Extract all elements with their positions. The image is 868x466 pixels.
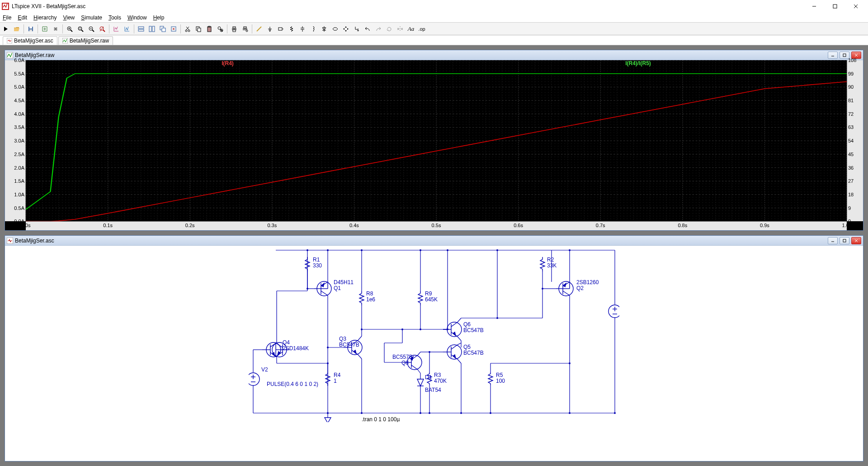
document-tabs: BetaMjigSer.asc BetaMjigSer.raw [0,35,868,45]
menu-hierarchy[interactable]: Hierarchy [33,14,57,21]
cut-button[interactable] [183,24,193,34]
svg-text:Q6: Q6 [463,321,471,328]
print-setup-button[interactable] [240,24,250,34]
doc-tab-raw[interactable]: BetaMjigSer.raw [58,36,113,45]
paste-button[interactable] [204,24,214,34]
svg-text:645K: 645K [425,296,438,303]
zoom-in-button[interactable] [65,24,75,34]
svg-text:Q1: Q1 [334,285,341,291]
menu-file[interactable]: FFileile [3,14,11,21]
svg-rect-7 [29,27,32,29]
trace-label[interactable]: I(R4)/I(R5) [625,60,651,67]
autorange-y-button[interactable] [122,24,132,34]
move-button[interactable] [341,24,351,34]
menu-view[interactable]: View [63,14,75,21]
svg-point-274 [249,373,259,385]
svg-line-40 [221,29,222,31]
copy-button[interactable] [193,24,203,34]
label-net-button[interactable] [276,24,286,34]
schematic-canvas[interactable]: R1 330 R2 33K D45H1 [5,246,863,461]
pan-button[interactable] [51,24,61,34]
pane-minimize-button[interactable] [828,237,838,244]
window-minimize-button[interactable] [804,0,825,13]
waveform-file-icon [7,52,13,58]
menu-edit[interactable]: Edit [18,14,27,21]
doc-tab-asc[interactable]: BetaMjigSer.asc [3,36,57,45]
cascade-button[interactable] [158,24,168,34]
spice-directive-button[interactable]: .op [417,24,427,34]
tile-vertical-button[interactable] [147,24,157,34]
capacitor-button[interactable] [297,24,307,34]
component-button[interactable] [330,24,340,34]
rotate-button[interactable] [384,24,394,34]
svg-point-395 [569,412,571,414]
svg-rect-27 [162,28,165,32]
resistor-button[interactable] [287,24,297,34]
plot-legend: I(R4) I(R4)/I(R5) [26,60,847,67]
open-button[interactable] [12,24,22,34]
svg-text:2SB1260: 2SB1260 [576,279,599,285]
svg-line-352 [418,352,420,355]
svg-text:BC547B: BC547B [339,342,359,348]
drag-button[interactable] [352,24,362,34]
svg-line-311 [358,355,362,359]
diode-button[interactable] [319,24,329,34]
zoom-area-button[interactable] [75,24,85,34]
window-maximize-button[interactable] [825,0,845,13]
ground-button[interactable] [265,24,275,34]
autorange-x-button[interactable] [111,24,121,34]
svg-text:PULSE(0.4 6 0 1 0 2): PULSE(0.4 6 0 1 0 2) [267,381,318,387]
svg-text:BC557B: BC557B [392,354,413,360]
menu-bar: FFileile Edit Hierarchy View Simulate To… [0,13,868,23]
svg-text:1: 1 [334,378,337,384]
svg-point-13 [78,27,82,30]
svg-line-17 [92,30,94,32]
x-axis[interactable]: 0.0s0.1s0.2s0.3s0.4s0.5s0.6s0.7s0.8s0.9s… [26,221,847,230]
pane-close-button[interactable] [851,237,861,244]
svg-marker-242 [563,283,566,287]
window-close-button[interactable] [845,0,866,13]
tile-horizontal-button[interactable] [136,24,146,34]
svg-point-302 [420,328,421,330]
svg-rect-15 [79,28,81,29]
redo-button[interactable] [373,24,383,34]
schematic-button[interactable] [40,24,50,34]
svg-point-386 [490,412,491,414]
svg-text:470K: 470K [434,378,447,384]
undo-button[interactable] [363,24,373,34]
svg-point-233 [307,249,308,251]
menu-window[interactable]: Window [127,14,147,21]
svg-text:R9: R9 [425,290,432,297]
svg-text:Q8: Q8 [401,360,409,366]
mirror-button[interactable] [395,24,405,34]
waveform-plot[interactable]: 6.0A5.5A5.0A4.5A4.0A3.5A3.0A2.5A2.0A1.5A… [5,60,863,230]
pane-minimize-button[interactable] [828,52,838,59]
plot-area[interactable]: I(R4) I(R4)/I(R5) [26,60,847,221]
text-button[interactable]: Aa [406,24,416,34]
save-button[interactable] [26,24,36,34]
close-all-button[interactable] [169,24,179,34]
svg-point-317 [361,412,363,414]
zoom-out-button[interactable] [86,24,96,34]
menu-simulate[interactable]: Simulate [81,14,102,21]
pane-maximize-button[interactable] [840,237,849,244]
y-axis-left[interactable]: 6.0A5.5A5.0A4.5A4.0A3.5A3.0A2.5A2.0A1.5A… [5,60,26,221]
wire-button[interactable] [254,24,264,34]
print-button[interactable] [229,24,239,34]
find-button[interactable] [215,24,225,34]
svg-rect-52 [278,28,282,30]
zoom-fit-button[interactable] [97,24,107,34]
inductor-button[interactable] [308,24,318,34]
svg-text:33K: 33K [547,262,557,269]
svg-line-20 [103,30,105,32]
y-axis-right[interactable]: 1089990817263544536271890 [847,60,863,221]
svg-text:R5: R5 [496,372,503,378]
svg-text:.tran 0 1 0 100µ: .tran 0 1 0 100µ [362,416,400,422]
schematic-svg: R1 330 R2 33K D45H1 [249,246,619,422]
trace-label[interactable]: I(R4) [222,60,234,67]
run-button[interactable] [1,24,11,34]
svg-point-345 [460,412,462,414]
menu-tools[interactable]: Tools [108,14,121,21]
menu-help[interactable]: Help [153,14,165,21]
svg-text:BC547B: BC547B [463,327,484,333]
